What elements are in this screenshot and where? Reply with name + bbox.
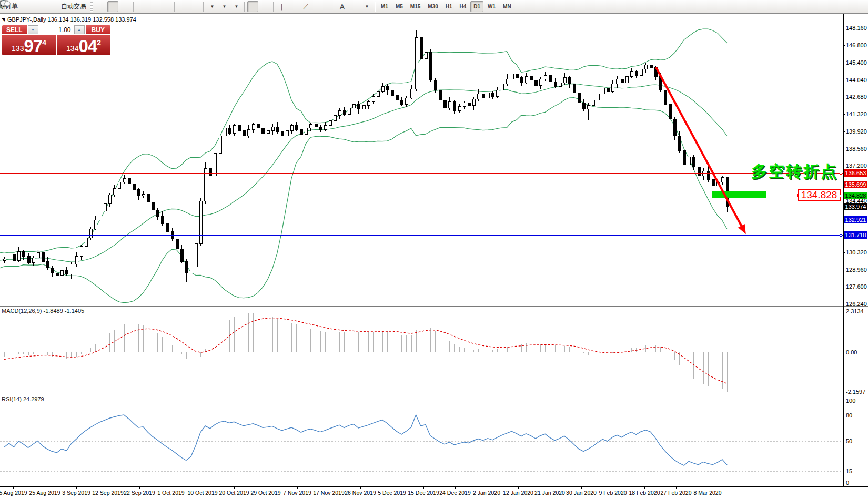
search-icon[interactable] — [840, 1, 851, 12]
main-chart-pane[interactable] — [0, 14, 843, 305]
date-label: 2 Jan 2020 — [473, 490, 500, 496]
price-tick-label: 128.960 — [846, 267, 867, 273]
date-axis[interactable]: 5 Aug 201925 Aug 20193 Sep 201912 Sep 20… — [0, 486, 868, 499]
price-tick-mark — [843, 63, 845, 63]
text-label-tool-icon[interactable]: T — [349, 1, 360, 12]
date-tick — [360, 487, 361, 489]
price-axis-line — [843, 14, 844, 486]
zoom-out-icon[interactable] — [148, 1, 159, 12]
macd-tick-label: -2.1597 — [846, 389, 865, 395]
price-tick-label: 144.040 — [846, 77, 867, 83]
auto-scroll-icon[interactable] — [177, 1, 188, 12]
date-tick — [234, 487, 235, 489]
date-tick — [45, 487, 45, 489]
price-tick-mark — [843, 97, 845, 97]
arrows-tool-icon[interactable]: ▼ — [361, 1, 372, 12]
date-tick — [644, 487, 645, 489]
date-tick — [708, 487, 708, 489]
price-tick-mark — [843, 270, 845, 270]
macd-pane[interactable] — [0, 307, 843, 393]
date-label: 27 Feb 2020 — [661, 490, 692, 496]
price-tick-mark — [843, 28, 845, 28]
timeframe-h4[interactable]: H4 — [457, 1, 470, 12]
bar-chart-type-icon[interactable] — [95, 1, 106, 12]
date-tick — [487, 487, 487, 489]
price-box-label[interactable]: 134.828 — [798, 189, 841, 201]
date-tick — [329, 487, 329, 489]
rsi-tick-label: 15 — [846, 468, 852, 474]
date-tick — [550, 487, 550, 489]
date-tick — [171, 487, 171, 489]
date-label: 10 Oct 2019 — [187, 490, 217, 496]
top-toolbar: 新订单 自动交易 ▼ ▼ ▼ | — ／ E F A T ▼ M1M5M15M3… — [0, 0, 868, 14]
price-tag-136.653: 136.653 — [844, 169, 867, 177]
price-tag-131.718: 131.718 — [844, 231, 867, 239]
price-tick-mark — [843, 201, 845, 201]
trendline-tool-icon[interactable]: ／ — [300, 1, 311, 12]
rsi-pane[interactable] — [0, 394, 843, 486]
tag-anchor — [840, 234, 842, 237]
price-tag-132.921: 132.921 — [844, 216, 867, 223]
price-tick-label: 145.400 — [846, 59, 867, 66]
autotrade-button[interactable]: 自动交易 — [57, 1, 88, 12]
price-box-anchor — [794, 194, 798, 197]
timeframe-m5[interactable]: M5 — [392, 1, 406, 12]
timeframe-m15[interactable]: M15 — [407, 1, 423, 12]
timeframe-m30[interactable]: M30 — [425, 1, 441, 12]
price-tick-mark — [843, 131, 845, 132]
indicators-button[interactable]: ▼ — [206, 1, 217, 12]
chinese-annotation[interactable]: 多空转折点 — [751, 161, 838, 182]
accounts-icon[interactable] — [33, 1, 44, 12]
tag-anchor — [840, 219, 842, 221]
candlestick-chart-type-icon[interactable] — [107, 1, 118, 12]
date-label: 8 Mar 2020 — [693, 490, 721, 496]
price-tick-label: 130.320 — [846, 249, 867, 256]
templates-button[interactable]: ▼ — [230, 1, 241, 12]
date-tick — [392, 487, 392, 489]
text-tool-icon[interactable]: A — [337, 1, 348, 12]
price-tick-label: 137.200 — [846, 162, 867, 169]
date-label: 3 Sep 2019 — [62, 490, 90, 496]
price-tick-mark — [843, 80, 845, 80]
green-highlight-rectangle[interactable] — [712, 191, 766, 198]
timeframe-w1[interactable]: W1 — [485, 1, 499, 12]
tag-anchor — [840, 184, 842, 186]
price-tick-mark — [843, 114, 845, 115]
chart-shift-icon[interactable] — [189, 1, 200, 12]
tile-windows-icon[interactable] — [160, 1, 171, 12]
timeframe-m1[interactable]: M1 — [378, 1, 391, 12]
date-tick — [76, 487, 77, 489]
chat-icon[interactable] — [852, 1, 863, 12]
price-tag-134.828: 134.828 — [844, 192, 867, 199]
timeframe-h1[interactable]: H1 — [442, 1, 456, 12]
signals-icon[interactable] — [45, 1, 56, 12]
line-chart-type-icon[interactable] — [119, 1, 130, 12]
rsi-tick-label: 100 — [846, 398, 855, 404]
tag-anchor — [840, 172, 842, 175]
periods-button[interactable]: ▼ — [218, 1, 229, 12]
vertical-line-tool-icon[interactable]: | — [276, 1, 287, 12]
timeframe-d1[interactable]: D1 — [470, 1, 483, 12]
date-label: 29 Oct 2019 — [250, 490, 280, 496]
date-tick — [139, 487, 140, 489]
horizontal-line-tool-icon[interactable]: — — [288, 1, 299, 12]
price-tick-mark — [843, 166, 845, 166]
macd-label: MACD(12,26,9) -1.8489 -1.1405 — [2, 308, 84, 314]
rsi-label: RSI(14) 24.2979 — [2, 396, 44, 402]
market-watch-icon[interactable] — [21, 1, 32, 12]
macd-tick-label: 0.00 — [846, 349, 857, 355]
price-tick-label: 142.680 — [846, 94, 867, 100]
date-tick — [613, 487, 613, 489]
zoom-in-icon[interactable] — [136, 1, 147, 12]
fibonacci-tool-icon[interactable]: F — [325, 1, 336, 12]
date-label: 15 Dec 2019 — [408, 490, 439, 496]
date-tick — [676, 487, 677, 489]
channel-tool-icon[interactable]: E — [312, 1, 324, 12]
timeframe-mn[interactable]: MN — [500, 1, 514, 12]
cursor-tool-icon[interactable] — [247, 1, 258, 12]
crosshair-tool-icon[interactable] — [259, 1, 270, 12]
date-label: 5 Dec 2019 — [378, 490, 406, 496]
date-label: 1 Oct 2019 — [157, 490, 184, 496]
rsi-tick-label: 80 — [846, 412, 852, 419]
tag-anchor — [840, 195, 842, 197]
